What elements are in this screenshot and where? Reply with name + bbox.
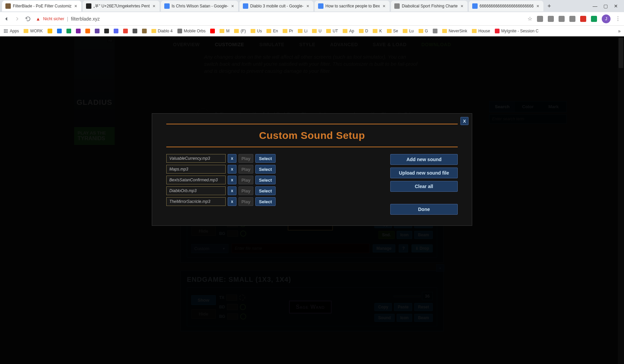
sound-filename: DiabloOrb.mp3	[166, 186, 226, 195]
bookmark-item[interactable]	[114, 29, 118, 33]
svg-point-2	[7, 29, 8, 30]
browser-tab[interactable]: „⛧" U+26E7Umgekehrtes Pent✕	[83, 1, 160, 11]
menu-icon[interactable]: ⋮	[615, 16, 621, 22]
select-sound-button[interactable]: Select	[255, 197, 276, 206]
ext-icon-6[interactable]	[591, 16, 597, 22]
bookmark-item[interactable]: M	[220, 29, 229, 33]
svg-point-4	[5, 30, 6, 31]
upload-sound-button[interactable]: Upload new sound file	[390, 168, 458, 178]
browser-tab[interactable]: How to sacrifice people to Bex✕	[315, 1, 390, 11]
modal-title: Custom Sound Setup	[166, 124, 458, 147]
bookmark-item[interactable]: UT	[326, 29, 338, 33]
new-tab-button[interactable]: +	[545, 1, 554, 11]
bookmark-item[interactable]: Apps	[3, 29, 19, 33]
close-window-icon[interactable]: ✕	[614, 3, 618, 9]
tab-close-icon[interactable]: ✕	[536, 4, 540, 8]
window-controls: — ▢ ✕	[593, 3, 622, 9]
bookmark-item[interactable]	[76, 29, 81, 33]
bookmark-item[interactable]: House	[472, 29, 490, 33]
select-sound-button[interactable]: Select	[255, 176, 276, 184]
bookmark-item[interactable]: D	[359, 29, 368, 33]
tab-close-icon[interactable]: ✕	[460, 4, 464, 8]
play-sound-button[interactable]: Play	[238, 154, 253, 163]
bookmark-item[interactable]: Lu	[403, 29, 414, 33]
play-sound-button[interactable]: Play	[238, 176, 253, 184]
tab-close-icon[interactable]: ✕	[230, 4, 235, 8]
back-icon[interactable]	[3, 16, 9, 22]
bookmark-item[interactable]	[48, 29, 52, 33]
bookmark-item[interactable]	[142, 29, 147, 33]
bookmark-item[interactable]	[85, 29, 90, 33]
play-sound-button[interactable]: Play	[238, 165, 253, 174]
reload-icon[interactable]	[25, 16, 31, 22]
bookmark-item[interactable]: Mobile Orbs	[177, 29, 206, 33]
bookmark-item[interactable]: K	[373, 29, 382, 33]
bookmark-item[interactable]: Diablo 4	[151, 29, 173, 33]
svg-point-5	[7, 30, 8, 31]
tab-bar: FilterBlade - PoE Filter Customiz✕„⛧" U+…	[0, 0, 624, 12]
select-sound-button[interactable]: Select	[255, 154, 276, 163]
browser-tab[interactable]: Is Chris Wilson Satan - Google-✕	[161, 1, 238, 11]
svg-point-3	[4, 30, 5, 31]
bookmark-item[interactable]: WORK	[24, 29, 42, 33]
bookmarks-overflow-icon[interactable]: »	[618, 28, 621, 34]
bookmark-item[interactable]: Li	[298, 29, 307, 33]
toolbar-icons: ☆ J ⋮	[528, 14, 621, 23]
remove-sound-button[interactable]: x	[228, 197, 236, 206]
bookmark-item[interactable]	[95, 29, 100, 33]
tab-close-icon[interactable]: ✕	[306, 4, 310, 8]
browser-tab[interactable]: Diablo 3 mobile cult - Google-✕	[239, 1, 313, 11]
bookmark-item[interactable]	[66, 29, 71, 33]
bookmarks-bar: AppsWORKDiablo 4Mobile OrbsM(F)UsEnPrLiU…	[0, 26, 624, 36]
ext-icon-2[interactable]	[548, 16, 554, 22]
bookmark-item[interactable]: NeverSink	[442, 29, 467, 33]
remove-sound-button[interactable]: x	[228, 154, 236, 163]
bookmark-item[interactable]: MyIgnite - Session C	[495, 29, 539, 33]
bookmark-item[interactable]: En	[266, 29, 278, 33]
ext-icon-3[interactable]	[559, 16, 565, 22]
bookmark-item[interactable]: (F)	[234, 29, 246, 33]
bookmark-item[interactable]	[104, 29, 109, 33]
select-sound-button[interactable]: Select	[255, 165, 276, 174]
bookmark-item[interactable]: Se	[387, 29, 398, 33]
star-icon[interactable]: ☆	[528, 16, 532, 22]
bookmark-item[interactable]: Ap	[343, 29, 354, 33]
bookmark-item[interactable]: G	[419, 29, 428, 33]
tab-close-icon[interactable]: ✕	[382, 4, 386, 8]
forward-icon[interactable]	[14, 16, 20, 22]
profile-avatar[interactable]: J	[602, 14, 611, 23]
bookmark-item[interactable]	[57, 29, 62, 33]
browser-tab[interactable]: FilterBlade - PoE Filter Customiz✕	[2, 1, 81, 11]
url-text: filterblade.xyz	[71, 16, 100, 22]
bookmark-item[interactable]	[210, 29, 215, 33]
play-sound-button[interactable]: Play	[238, 197, 253, 206]
bookmark-item[interactable]	[433, 29, 437, 33]
add-sound-button[interactable]: Add new sound	[390, 154, 458, 165]
select-sound-button[interactable]: Select	[255, 186, 276, 195]
bookmark-item[interactable]: U	[312, 29, 321, 33]
bookmark-item[interactable]	[123, 29, 128, 33]
remove-sound-button[interactable]: x	[228, 186, 236, 195]
browser-tab[interactable]: 666666666666666666666666✕	[469, 1, 543, 11]
tab-close-icon[interactable]: ✕	[152, 4, 156, 8]
tab-close-icon[interactable]: ✕	[74, 4, 78, 8]
bookmark-item[interactable]	[133, 29, 137, 33]
bookmark-item[interactable]: Us	[251, 29, 262, 33]
remove-sound-button[interactable]: x	[228, 165, 236, 174]
remove-sound-button[interactable]: x	[228, 176, 236, 184]
svg-point-6	[4, 32, 5, 33]
play-sound-button[interactable]: Play	[238, 186, 253, 195]
ext-icon-1[interactable]	[537, 16, 543, 22]
bookmark-item[interactable]: Pr	[283, 29, 293, 33]
clear-all-button[interactable]: Clear all	[390, 181, 458, 192]
minimize-icon[interactable]: —	[593, 3, 597, 9]
sound-row: ValuableCurrency.mp3 x Play Select	[166, 154, 377, 163]
svg-point-7	[5, 32, 6, 33]
ext-icon-5[interactable]	[580, 16, 586, 22]
browser-tab[interactable]: Diabolical Sport Fishing Charte✕	[391, 1, 467, 11]
ext-icon-4[interactable]	[569, 16, 575, 22]
done-button[interactable]: Done	[390, 204, 458, 215]
address-field[interactable]: ▲ Nicht sicher | filterblade.xyz	[36, 16, 523, 22]
close-button[interactable]: X	[460, 117, 469, 125]
maximize-icon[interactable]: ▢	[603, 3, 608, 9]
